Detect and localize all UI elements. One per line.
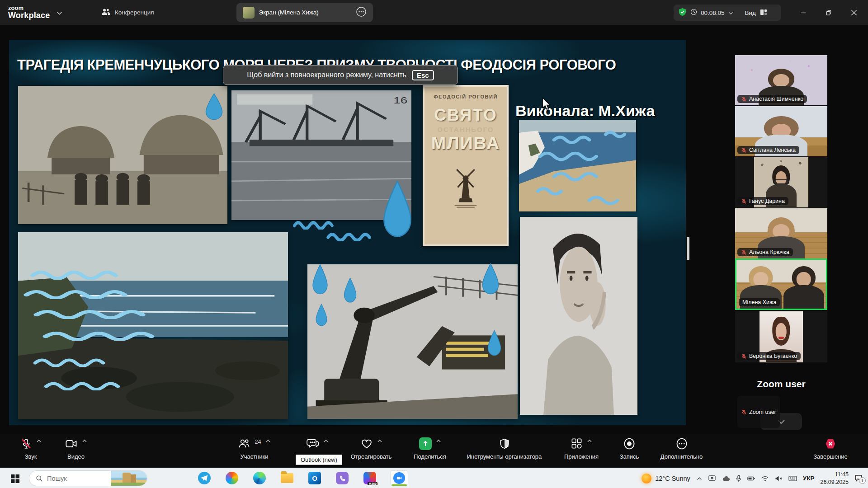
video-button[interactable]: Видео	[53, 437, 99, 460]
close-button[interactable]	[843, 0, 865, 25]
meeting-toolbar: Звук Видео 24 Участники	[0, 434, 868, 468]
mic-muted-icon	[741, 198, 747, 204]
windmill-illustration	[451, 158, 481, 211]
share-screen-icon	[419, 437, 432, 450]
react-button[interactable]: Отреагировать	[342, 437, 401, 460]
chat-button[interactable]	[299, 437, 335, 451]
tab-conference[interactable]: Конференция	[95, 3, 160, 22]
mic-muted-icon	[741, 147, 747, 153]
camera-icon	[65, 437, 78, 450]
chat-icon	[307, 437, 319, 450]
share-options-chevron[interactable]	[436, 439, 441, 443]
record-button[interactable]: Запись	[611, 437, 647, 460]
apps-options-chevron[interactable]	[587, 439, 592, 443]
end-call-icon	[824, 437, 837, 450]
participant-tile[interactable]: Альона Крючка	[735, 208, 827, 258]
taskbar-search[interactable]	[29, 470, 147, 486]
photo-beach	[519, 120, 636, 211]
taskbar-tray: 12°C Sunny	[642, 468, 864, 488]
tab-more-icon[interactable]	[356, 6, 367, 19]
zoom-app-icon-active[interactable]	[390, 470, 408, 486]
end-label: Завершение	[813, 453, 848, 460]
tray-chevron-up-icon[interactable]	[696, 476, 703, 481]
onedrive-icon[interactable]	[722, 475, 730, 482]
viber-icon[interactable]	[335, 471, 349, 485]
view-button-label[interactable]: Вид	[745, 9, 756, 16]
participants-icon	[238, 437, 250, 450]
mic-muted-icon	[741, 96, 747, 102]
battery-icon[interactable]	[747, 475, 755, 482]
active-app-indicator	[392, 484, 407, 486]
file-explorer-icon[interactable]	[280, 471, 294, 485]
participant-no-video-name: Zoom user	[735, 379, 827, 389]
record-icon	[623, 437, 636, 450]
video-options-chevron[interactable]	[82, 439, 87, 443]
meeting-timer: 00:08:05	[701, 9, 725, 16]
windows-taskbar: O M365 12°C Sunny	[0, 468, 868, 488]
tab-screen-share[interactable]: Экран (Мілена Хижа)	[236, 3, 373, 22]
chat-options-chevron[interactable]	[323, 439, 329, 443]
minimize-button[interactable]	[792, 0, 815, 25]
windows-logo-icon	[11, 474, 19, 483]
end-meeting-button[interactable]: Завершение	[806, 437, 855, 460]
restore-button[interactable]	[817, 0, 840, 25]
audio-label: Звук	[25, 453, 37, 460]
language-indicator[interactable]: УКР	[803, 475, 815, 482]
tray-time: 11:45	[820, 471, 849, 479]
search-input[interactable]	[47, 475, 97, 482]
react-options-chevron[interactable]	[377, 439, 382, 443]
weather-sun-icon	[642, 474, 651, 483]
security-shield-icon	[678, 8, 687, 18]
timer-chevron-icon[interactable]	[728, 9, 733, 16]
search-daily-image[interactable]	[111, 471, 147, 486]
microphone-icon[interactable]	[736, 475, 741, 482]
apps-button[interactable]: Приложения	[554, 437, 609, 460]
participants-button[interactable]: 24 Участники	[228, 437, 280, 460]
participant-tile[interactable]: Світлана Ленська	[735, 106, 827, 156]
notification-center[interactable]: 1	[854, 474, 863, 482]
telegram-icon[interactable]	[197, 471, 212, 485]
outlook-icon[interactable]: O	[307, 471, 322, 485]
audio-options-chevron[interactable]	[36, 439, 42, 443]
participant-nameplate: Мілена Хижа	[739, 298, 780, 306]
more-button[interactable]: Дополнительно	[651, 437, 712, 460]
touch-keyboard-icon[interactable]	[788, 475, 797, 482]
slide-author: Виконала: М.Хижа	[515, 102, 655, 120]
presentation-slide: ТРАГЕДІЯ КРЕМЕНЧУЦЬКОГО МОРЯ ЧЕРЕЗ ПРИЗМ…	[9, 40, 686, 425]
meeting-info-pill[interactable]: 00:08:05 Вид	[674, 5, 781, 21]
wave-icon	[23, 287, 140, 299]
mic-muted-icon	[741, 409, 747, 415]
edge-icon[interactable]	[252, 471, 267, 485]
participant-name: Мілена Хижа	[742, 299, 776, 305]
copilot-icon[interactable]	[225, 471, 239, 485]
volume-muted-icon[interactable]	[775, 475, 783, 482]
participant-tile[interactable]: Вероніка Бугаєнко	[735, 311, 827, 362]
weather-widget[interactable]: 12°C Sunny	[642, 474, 690, 483]
water-drop-icon	[381, 180, 414, 238]
participant-tile[interactable]: Ганус Дарина	[735, 157, 827, 207]
scrollbar-thumb[interactable]	[687, 237, 689, 260]
participant-name: Альона Крючка	[749, 249, 789, 255]
cast-display-icon[interactable]	[708, 475, 716, 482]
clock-widget[interactable]: 11:45 26.09.2025	[820, 471, 849, 486]
participant-name: Світлана Ленська	[749, 147, 796, 153]
participant-nameplate: Альона Крючка	[737, 248, 793, 256]
participant-tile[interactable]: Анастасія Шимченко	[735, 55, 827, 105]
participant-tile-active-speaker[interactable]: Мілена Хижа	[735, 258, 827, 310]
wifi-icon[interactable]	[761, 475, 769, 482]
esc-key-cap: Esc	[412, 70, 434, 80]
logo-zoom: zoom	[8, 5, 50, 11]
m365-icon[interactable]: M365	[363, 471, 377, 485]
shield-icon	[499, 437, 510, 450]
audio-button[interactable]: Звук	[9, 437, 52, 460]
host-tools-button[interactable]: Инструменты организатора	[460, 437, 548, 460]
share-button[interactable]: Поделиться	[405, 437, 455, 460]
participants-options-chevron[interactable]	[265, 439, 271, 443]
book-title-line2: ОСТАННЬОГО	[425, 126, 507, 133]
view-layout-icon[interactable]	[760, 8, 768, 18]
tab-conference-label: Конференция	[115, 9, 154, 16]
start-button[interactable]	[8, 472, 22, 485]
zoom-workplace-logo: zoom Workplace	[0, 5, 77, 20]
react-label: Отреагировать	[351, 453, 392, 460]
chevron-down-icon[interactable]	[57, 9, 62, 17]
